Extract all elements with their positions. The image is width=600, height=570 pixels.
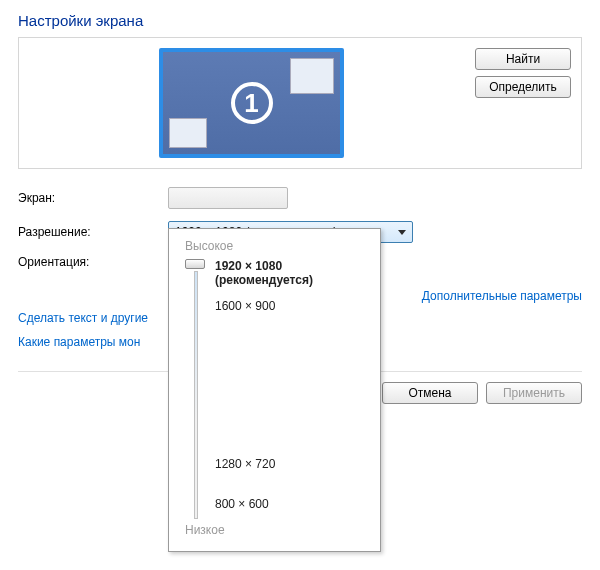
apply-button[interactable]: Применить [486, 382, 582, 404]
slider-thumb[interactable] [185, 259, 205, 269]
detect-button[interactable]: Определить [475, 76, 571, 98]
monitor-preview[interactable]: 1 [159, 48, 344, 158]
slider-track[interactable] [194, 271, 198, 519]
resolution-option[interactable]: 800 × 600 [215, 497, 370, 515]
resolution-option[interactable]: 1920 × 1080 (рекомендуется) [215, 259, 370, 277]
resolution-option[interactable]: 1280 × 720 [215, 457, 370, 475]
low-label: Низкое [185, 523, 370, 537]
high-label: Высокое [185, 239, 370, 253]
monitor-number: 1 [231, 82, 273, 124]
cancel-button[interactable]: Отмена [382, 382, 478, 404]
advanced-params-link[interactable]: Дополнительные параметры [422, 289, 582, 303]
find-button[interactable]: Найти [475, 48, 571, 70]
preview-window-icon [169, 118, 207, 148]
resolution-option[interactable]: 1600 × 900 [215, 299, 370, 317]
chevron-down-icon [398, 230, 406, 235]
preview-window-icon [290, 58, 334, 94]
resolution-label: Разрешение: [18, 225, 168, 239]
screen-select[interactable] [168, 187, 288, 209]
page-title: Настройки экрана [18, 12, 582, 29]
screen-label: Экран: [18, 191, 168, 205]
resolution-popup: Высокое 1920 × 1080 (рекомендуется) 1600… [168, 228, 381, 552]
orientation-label: Ориентация: [18, 255, 168, 269]
monitor-preview-panel: 1 Найти Определить [18, 37, 582, 169]
